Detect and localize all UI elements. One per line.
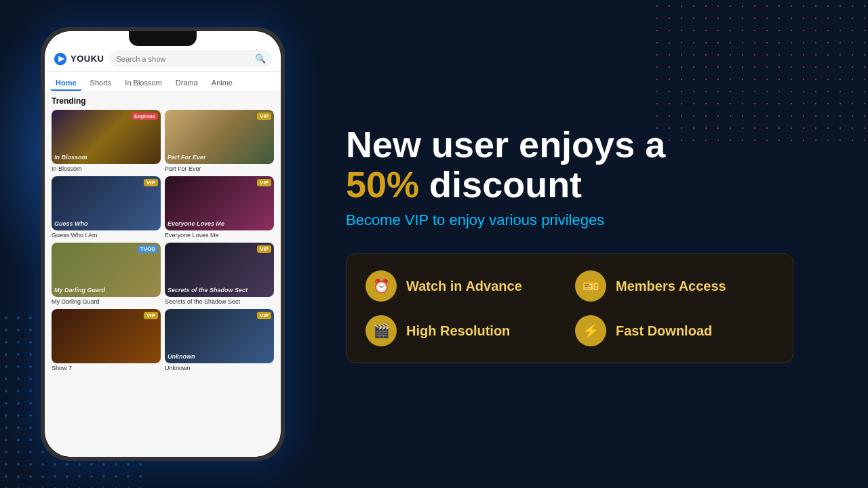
- badge-express: Express: [132, 113, 158, 120]
- badge-vip: VIP: [257, 245, 271, 253]
- youku-logo-text: YOUKU: [71, 54, 104, 64]
- search-icon[interactable]: 🔍: [255, 54, 266, 64]
- thumb-text-inblossom: In Blossom: [54, 154, 87, 161]
- privilege-watch-advance: ⏰ Watch in Advance: [366, 270, 564, 302]
- tab-shorts[interactable]: Shorts: [85, 76, 117, 91]
- fast-download-emoji: ⚡: [583, 323, 599, 339]
- fast-download-label: Fast Download: [616, 323, 712, 339]
- promo-heading-line3: discount: [429, 164, 582, 205]
- thumb-text-mydarling: My Darling Guard: [54, 287, 105, 294]
- thumb-text-partforever: Part For Ever: [167, 154, 206, 161]
- card-label-secrets: Secrets of the Shadow Sect: [165, 298, 274, 305]
- card-label-mydarling: My Darling Guard: [52, 298, 161, 305]
- phone-notch: [129, 31, 197, 46]
- list-item[interactable]: VIP Unknown Unknown: [165, 309, 274, 371]
- card-label-guesswho: Guess Who I Am: [52, 232, 161, 239]
- watch-advance-label: Watch in Advance: [406, 279, 522, 294]
- badge-vip: VIP: [144, 179, 158, 186]
- youku-logo: YOUKU: [53, 52, 104, 66]
- watch-advance-icon: ⏰: [366, 270, 397, 302]
- card-label-everyoneloves: Everyone Loves Me: [165, 232, 274, 239]
- promo-heading: New user enjoys a 50% discount: [346, 125, 834, 205]
- badge-vip: VIP: [257, 179, 271, 186]
- app-content: Trending Express In Blossom In Blossom V…: [45, 91, 281, 457]
- thumbnail-unknown[interactable]: VIP Unknown: [165, 309, 274, 363]
- nav-tabs: Home Shorts In Blossom Drama Anime: [45, 72, 281, 91]
- search-input[interactable]: [116, 55, 251, 63]
- tab-drama[interactable]: Drama: [170, 76, 203, 91]
- members-access-icon: 🎫: [575, 270, 606, 302]
- thumb-text-secrets: Secrets of the Shadow Sect: [167, 287, 248, 294]
- watch-advance-emoji: ⏰: [373, 278, 390, 294]
- list-item[interactable]: TVOD My Darling Guard My Darling Guard: [52, 243, 161, 305]
- promo-section: New user enjoys a 50% discount Become VI…: [326, 0, 868, 488]
- phone-frame: YOUKU 🔍 Home Shorts In Blossom Drama Ani…: [41, 27, 285, 461]
- high-resolution-label: High Resolution: [406, 323, 510, 339]
- promo-subheading: Become VIP to enjoy various privileges: [346, 211, 834, 229]
- members-access-label: Members Access: [616, 279, 726, 294]
- thumbnail-partforever[interactable]: VIP Part For Ever: [165, 110, 274, 164]
- privileges-box: ⏰ Watch in Advance 🎫 Members Access 🎬 Hi…: [346, 253, 793, 363]
- privilege-fast-download: ⚡ Fast Download: [575, 315, 774, 346]
- privilege-members-access: 🎫 Members Access: [575, 270, 774, 302]
- thumbnail-inblossom[interactable]: Express In Blossom: [52, 110, 161, 164]
- trending-grid: Express In Blossom In Blossom VIP Part F…: [52, 110, 274, 371]
- thumbnail-show7[interactable]: VIP: [52, 309, 161, 363]
- tab-home[interactable]: Home: [50, 76, 82, 91]
- search-bar[interactable]: 🔍: [109, 50, 273, 67]
- thumbnail-guesswho[interactable]: VIP Guess Who: [52, 176, 161, 230]
- list-item[interactable]: VIP Secrets of the Shadow Sect Secrets o…: [165, 243, 274, 305]
- card-label-show7: Show 7: [52, 365, 161, 371]
- youku-icon-svg: [53, 52, 68, 66]
- thumb-text-guesswho: Guess Who: [54, 220, 88, 228]
- badge-vip: VIP: [257, 113, 271, 120]
- fast-download-icon: ⚡: [575, 315, 606, 346]
- thumbnail-everyoneloves[interactable]: VIP Everyone Loves Me: [165, 176, 274, 230]
- high-resolution-emoji: 🎬: [373, 323, 390, 339]
- phone-section: YOUKU 🔍 Home Shorts In Blossom Drama Ani…: [0, 0, 326, 488]
- list-item[interactable]: VIP Part For Ever Part For Ever: [165, 110, 274, 172]
- thumb-text-unknown: Unknown: [167, 353, 195, 361]
- promo-percent: 50%: [346, 164, 419, 205]
- card-label-unknown: Unknown: [165, 365, 274, 371]
- list-item[interactable]: Express In Blossom In Blossom: [52, 110, 161, 172]
- phone-screen: YOUKU 🔍 Home Shorts In Blossom Drama Ani…: [45, 31, 281, 457]
- trending-label: Trending: [52, 96, 274, 106]
- list-item[interactable]: VIP Guess Who Guess Who I Am: [52, 176, 161, 239]
- list-item[interactable]: VIP Everyone Loves Me Everyone Loves Me: [165, 176, 274, 239]
- list-item[interactable]: VIP Show 7: [52, 309, 161, 371]
- promo-heading-line1: New user enjoys a: [346, 124, 665, 165]
- thumbnail-secrets[interactable]: VIP Secrets of the Shadow Sect: [165, 243, 274, 297]
- badge-vip: VIP: [144, 312, 158, 319]
- badge-vip: VIP: [257, 312, 271, 319]
- thumbnail-mydarling[interactable]: TVOD My Darling Guard: [52, 243, 161, 297]
- members-access-emoji: 🎫: [583, 278, 599, 294]
- high-resolution-icon: 🎬: [366, 315, 397, 346]
- badge-tvod: TVOD: [138, 245, 158, 253]
- thumb-text-everyoneloves: Everyone Loves Me: [167, 220, 224, 228]
- privilege-high-resolution: 🎬 High Resolution: [366, 315, 564, 346]
- tab-inblossom[interactable]: In Blossom: [119, 76, 167, 91]
- card-label-inblossom: In Blossom: [52, 165, 161, 172]
- tab-anime[interactable]: Anime: [206, 76, 238, 91]
- card-label-partforever: Part For Ever: [165, 165, 274, 172]
